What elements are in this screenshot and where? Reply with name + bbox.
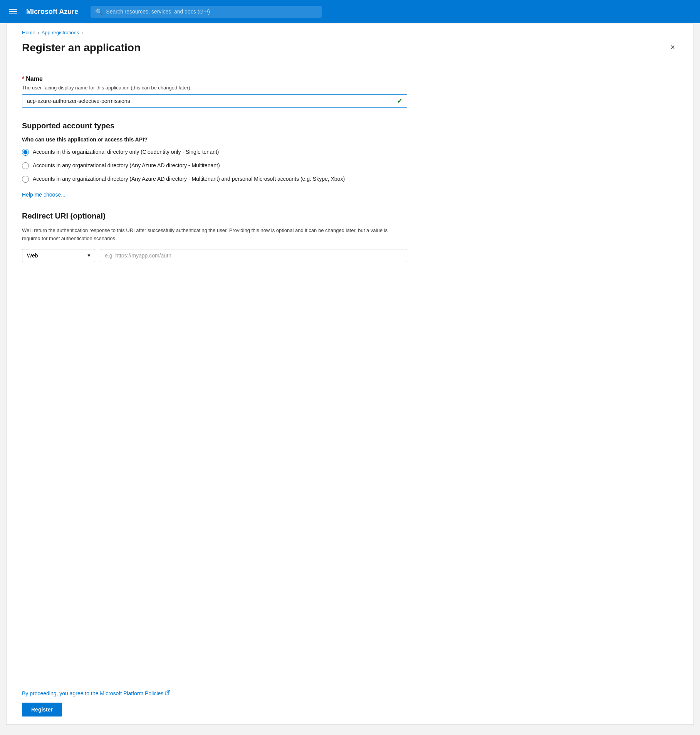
hamburger-menu[interactable] bbox=[6, 6, 20, 17]
account-types-title: Supported account types bbox=[22, 121, 678, 130]
search-input[interactable] bbox=[106, 8, 317, 15]
input-valid-icon: ✓ bbox=[397, 97, 403, 105]
close-button[interactable]: × bbox=[667, 42, 678, 52]
search-icon: 🔍 bbox=[95, 8, 103, 15]
required-star: * bbox=[22, 76, 24, 82]
help-link[interactable]: Help me choose... bbox=[22, 192, 65, 198]
name-field-label: * Name bbox=[22, 76, 678, 82]
radio-label-2: Accounts in any organizational directory… bbox=[33, 161, 220, 170]
policy-text: By proceeding, you agree to the Microsof… bbox=[22, 690, 163, 696]
name-input[interactable] bbox=[22, 94, 407, 108]
breadcrumb: Home › App registrations › bbox=[7, 24, 693, 39]
radio-input-3[interactable] bbox=[22, 176, 29, 183]
radio-label-3: Accounts in any organizational directory… bbox=[33, 175, 345, 183]
brand-name: Microsoft Azure bbox=[26, 8, 78, 16]
footer-area: By proceeding, you agree to the Microsof… bbox=[7, 682, 693, 724]
platform-select-wrapper: Web SPA Public client/native (mobile & d… bbox=[22, 249, 95, 262]
account-types-question: Who can use this application or access t… bbox=[22, 136, 678, 143]
redirect-uri-section: Redirect URI (optional) We'll return the… bbox=[22, 212, 678, 262]
breadcrumb-app-registrations[interactable]: App registrations bbox=[42, 30, 79, 35]
radio-option-3[interactable]: Accounts in any organizational directory… bbox=[22, 175, 678, 183]
radio-input-1[interactable] bbox=[22, 149, 29, 156]
redirect-uri-input[interactable] bbox=[100, 249, 407, 262]
name-section: * Name The user-facing display name for … bbox=[22, 76, 678, 108]
search-bar[interactable]: 🔍 bbox=[91, 6, 322, 18]
topbar: Microsoft Azure 🔍 bbox=[0, 0, 700, 23]
breadcrumb-home[interactable]: Home bbox=[22, 30, 35, 35]
name-input-wrapper: ✓ bbox=[22, 94, 407, 108]
redirect-uri-title: Redirect URI (optional) bbox=[22, 212, 678, 220]
platform-select[interactable]: Web SPA Public client/native (mobile & d… bbox=[22, 249, 95, 262]
external-link-icon bbox=[165, 690, 170, 696]
breadcrumb-sep-2: › bbox=[81, 30, 83, 35]
redirect-inputs-row: Web SPA Public client/native (mobile & d… bbox=[22, 249, 407, 262]
name-field-description: The user-facing display name for this ap… bbox=[22, 85, 678, 91]
radio-input-2[interactable] bbox=[22, 162, 29, 169]
breadcrumb-sep-1: › bbox=[38, 30, 39, 35]
radio-option-1[interactable]: Accounts in this organizational director… bbox=[22, 148, 678, 156]
account-types-section: Supported account types Who can use this… bbox=[22, 121, 678, 198]
page-header: Register an application × bbox=[7, 39, 693, 63]
register-button[interactable]: Register bbox=[22, 703, 62, 716]
policy-link[interactable]: By proceeding, you agree to the Microsof… bbox=[22, 690, 678, 696]
page-title: Register an application bbox=[22, 42, 141, 54]
name-label-text: Name bbox=[26, 76, 43, 82]
main-content: Home › App registrations › Register an a… bbox=[6, 23, 694, 725]
radio-label-1: Accounts in this organizational director… bbox=[33, 148, 219, 156]
form-content: * Name The user-facing display name for … bbox=[7, 63, 693, 288]
radio-option-2[interactable]: Accounts in any organizational directory… bbox=[22, 161, 678, 170]
redirect-uri-description: We'll return the authentication response… bbox=[22, 227, 407, 243]
